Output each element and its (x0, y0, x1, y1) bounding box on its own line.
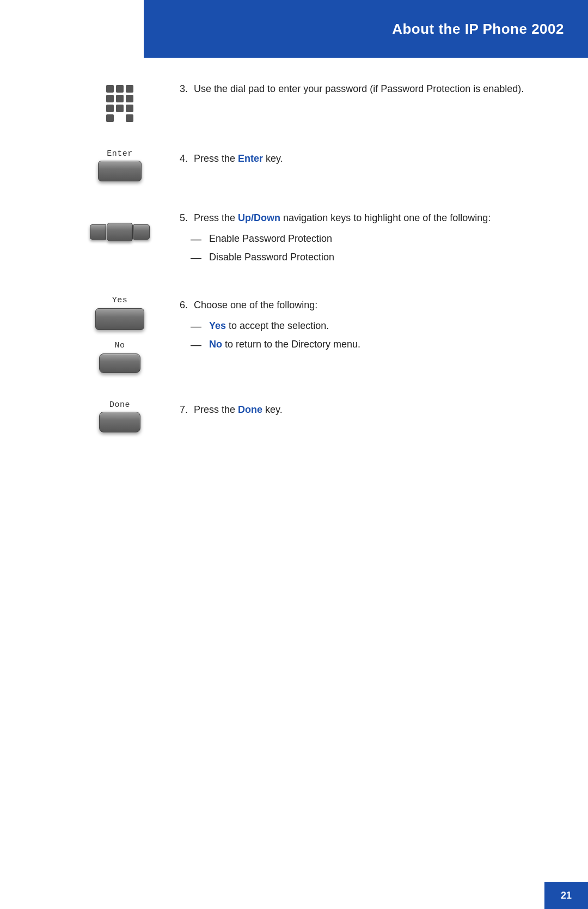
header-bar: About the IP Phone 2002 (144, 0, 588, 58)
enter-key-col: Enter (76, 149, 163, 181)
page-title: About the IP Phone 2002 (392, 21, 564, 38)
step-6-sublist: — Yes to accept the selection. — No to r… (191, 319, 555, 352)
nav-center-icon (107, 223, 133, 241)
done-key-col: Done (76, 400, 163, 432)
step-5-text: 5. Press the Up/Down navigation keys to … (180, 209, 588, 269)
step-5-sub-1: — Enable Password Protection (191, 231, 555, 247)
yes-no-buttons: Yes No (95, 296, 144, 373)
step-6-sub-no: — No to return to the Directory menu. (191, 337, 555, 352)
yes-key-icon (95, 308, 144, 330)
no-key-icon (99, 353, 140, 373)
step-3-row: 3. Use the dial pad to enter your passwo… (0, 80, 588, 122)
step-5-sublist: — Enable Password Protection — Disable P… (191, 231, 555, 265)
yes-group: Yes (95, 296, 144, 330)
dialpad-icon (106, 85, 133, 122)
step-7-row: Done 7. Press the Done key. (0, 400, 588, 432)
dialpad-icon-col (76, 80, 163, 122)
step-4-text: 4. Press the Enter key. (180, 149, 588, 167)
step-7-text: 7. Press the Done key. (180, 400, 588, 418)
nav-cluster-col (76, 209, 163, 251)
step-5-sub-2: — Disable Password Protection (191, 250, 555, 265)
step-6-sub-yes: — Yes to accept the selection. (191, 319, 555, 334)
yes-no-icon-col: Yes No (76, 296, 163, 373)
footer-page-box: 21 (544, 882, 588, 909)
enter-key-icon (98, 161, 142, 181)
done-key-icon (99, 412, 140, 432)
nav-left-icon (90, 224, 106, 240)
nav-right-icon (133, 224, 150, 240)
page-number: 21 (561, 890, 572, 901)
nav-cluster-icon (90, 213, 150, 251)
yes-key-label: Yes (112, 296, 128, 305)
step-6-row: Yes No 6. Choose one of the following: —… (0, 296, 588, 373)
step-6-text: 6. Choose one of the following: — Yes to… (180, 296, 588, 356)
step-5-row: 5. Press the Up/Down navigation keys to … (0, 209, 588, 269)
step-4-row: Enter 4. Press the Enter key. (0, 149, 588, 181)
step-3-text: 3. Use the dial pad to enter your passwo… (180, 80, 588, 97)
enter-key-label: Enter (107, 149, 133, 158)
no-group: No (99, 341, 140, 373)
done-key-label: Done (109, 400, 130, 410)
content-area: 3. Use the dial pad to enter your passwo… (0, 58, 588, 909)
no-key-label: No (114, 341, 125, 350)
